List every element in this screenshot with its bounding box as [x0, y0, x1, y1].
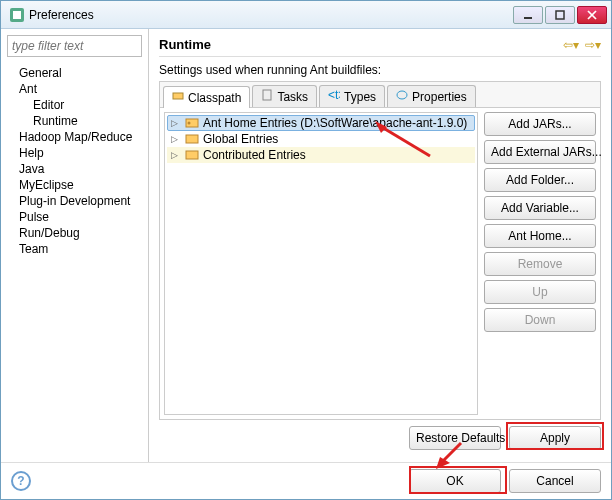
back-icon[interactable]: ⇦▾ [563, 38, 579, 52]
expander-icon[interactable]: ▷ [171, 118, 181, 128]
svg-rect-12 [186, 135, 198, 143]
preferences-dialog: Preferences General Ant Editor Runtime H… [0, 0, 612, 500]
jar-icon [185, 133, 199, 145]
svg-text:<t>: <t> [328, 89, 340, 101]
tab-tasks[interactable]: Tasks [252, 85, 317, 107]
content-area: Runtime ⇦▾ ⇨▾ Settings used when running… [149, 29, 611, 462]
jar-icon [185, 117, 199, 129]
svg-rect-6 [173, 93, 183, 99]
close-button[interactable] [577, 6, 607, 24]
classpath-icon [172, 90, 184, 105]
sidebar-item-run-debug[interactable]: Run/Debug [7, 225, 142, 241]
sidebar-item-help[interactable]: Help [7, 145, 142, 161]
forward-icon[interactable]: ⇨▾ [585, 38, 601, 52]
window-controls [513, 6, 607, 24]
remove-button[interactable]: Remove [484, 252, 596, 276]
tabbar: Classpath Tasks <t>Types Properties [160, 82, 600, 108]
window-title: Preferences [29, 8, 513, 22]
entry-label: Global Entries [203, 132, 278, 146]
svg-rect-13 [186, 151, 198, 159]
svg-rect-3 [556, 11, 564, 19]
properties-icon [396, 89, 408, 104]
filter-input[interactable] [7, 35, 142, 57]
entry-label: Ant Home Entries (D:\SoftWare\apache-ant… [203, 116, 467, 130]
sidebar-item-pulse[interactable]: Pulse [7, 209, 142, 225]
tab-properties[interactable]: Properties [387, 85, 476, 107]
add-variable-button[interactable]: Add Variable... [484, 196, 596, 220]
minimize-button[interactable] [513, 6, 543, 24]
entry-ant-home[interactable]: ▷ Ant Home Entries (D:\SoftWare\apache-a… [167, 115, 475, 131]
jar-icon [185, 149, 199, 161]
ant-home-button[interactable]: Ant Home... [484, 224, 596, 248]
entry-label: Contributed Entries [203, 148, 306, 162]
sidebar-item-myeclipse[interactable]: MyEclipse [7, 177, 142, 193]
tabs-container: Classpath Tasks <t>Types Properties ▷ An… [159, 81, 601, 420]
sidebar-item-general[interactable]: General [7, 65, 142, 81]
sidebar-item-plugin-dev[interactable]: Plug-in Development [7, 193, 142, 209]
titlebar[interactable]: Preferences [1, 1, 611, 29]
add-external-jars-button[interactable]: Add External JARs... [484, 140, 596, 164]
down-button[interactable]: Down [484, 308, 596, 332]
maximize-button[interactable] [545, 6, 575, 24]
sidebar-item-hadoop[interactable]: Hadoop Map/Reduce [7, 129, 142, 145]
restore-defaults-button[interactable]: Restore Defaults [409, 426, 501, 450]
tab-types[interactable]: <t>Types [319, 85, 385, 107]
tab-classpath[interactable]: Classpath [163, 86, 250, 108]
types-icon: <t> [328, 89, 340, 104]
expander-icon[interactable]: ▷ [171, 134, 181, 144]
svg-rect-1 [13, 11, 21, 19]
expander-icon[interactable]: ▷ [171, 150, 181, 160]
cancel-button[interactable]: Cancel [509, 469, 601, 493]
sidebar-item-team[interactable]: Team [7, 241, 142, 257]
entry-contributed[interactable]: ▷ Contributed Entries [167, 147, 475, 163]
button-column: Add JARs... Add External JARs... Add Fol… [484, 112, 596, 415]
page-description: Settings used when running Ant buildfile… [159, 63, 601, 77]
preferences-tree[interactable]: General Ant Editor Runtime Hadoop Map/Re… [1, 63, 148, 462]
apply-button[interactable]: Apply [509, 426, 601, 450]
add-folder-button[interactable]: Add Folder... [484, 168, 596, 192]
entry-global[interactable]: ▷ Global Entries [167, 131, 475, 147]
sidebar-item-editor[interactable]: Editor [7, 97, 142, 113]
page-title: Runtime [159, 37, 563, 52]
svg-point-11 [188, 122, 191, 125]
bottom-bar: ? OK Cancel [1, 462, 611, 499]
up-button[interactable]: Up [484, 280, 596, 304]
add-jars-button[interactable]: Add JARs... [484, 112, 596, 136]
help-icon[interactable]: ? [11, 471, 31, 491]
tasks-icon [261, 89, 273, 104]
classpath-tree[interactable]: ▷ Ant Home Entries (D:\SoftWare\apache-a… [164, 112, 478, 415]
sidebar: General Ant Editor Runtime Hadoop Map/Re… [1, 29, 149, 462]
sidebar-item-runtime[interactable]: Runtime [7, 113, 142, 129]
footer-buttons: Restore Defaults Apply [159, 420, 601, 456]
ok-button[interactable]: OK [409, 469, 501, 493]
sidebar-item-ant[interactable]: Ant [7, 81, 142, 97]
svg-point-9 [397, 91, 407, 99]
svg-rect-7 [263, 90, 271, 100]
sidebar-item-java[interactable]: Java [7, 161, 142, 177]
app-icon [9, 7, 25, 23]
